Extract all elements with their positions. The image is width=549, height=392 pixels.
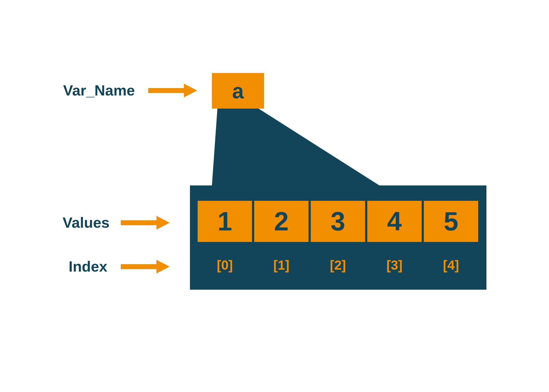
array-cell: 3: [311, 201, 365, 242]
array-index: [2]: [311, 257, 365, 273]
array-cell: 2: [254, 201, 309, 242]
variable-name-box: a: [212, 73, 264, 109]
array-index: [1]: [254, 257, 309, 273]
array-index: [4]: [424, 257, 478, 273]
array-cell: 4: [367, 201, 422, 242]
svg-marker-6: [212, 109, 379, 185]
array-cell: 5: [424, 201, 478, 242]
arrow-icon: [121, 258, 170, 275]
label-index: Index: [69, 258, 107, 275]
svg-marker-1: [184, 84, 197, 97]
arrow-icon: [148, 82, 198, 99]
array-index: [3]: [367, 257, 422, 273]
array-container: 1 2 3 4 5 [0] [1] [2] [3] [4]: [190, 185, 486, 290]
label-values: Values: [63, 214, 110, 231]
arrow-icon: [121, 215, 170, 231]
label-var-name: Var_Name: [63, 82, 135, 99]
array-index-row: [0] [1] [2] [3] [4]: [198, 257, 478, 273]
array-cell: 1: [198, 201, 252, 242]
svg-marker-5: [156, 260, 170, 273]
array-values-row: 1 2 3 4 5: [198, 201, 478, 242]
funnel-shape: [212, 109, 379, 185]
diagram-stage: Var_Name Values Index a 1 2 3 4 5 [0]: [0, 0, 549, 392]
svg-marker-3: [156, 216, 170, 230]
array-index: [0]: [198, 257, 252, 273]
